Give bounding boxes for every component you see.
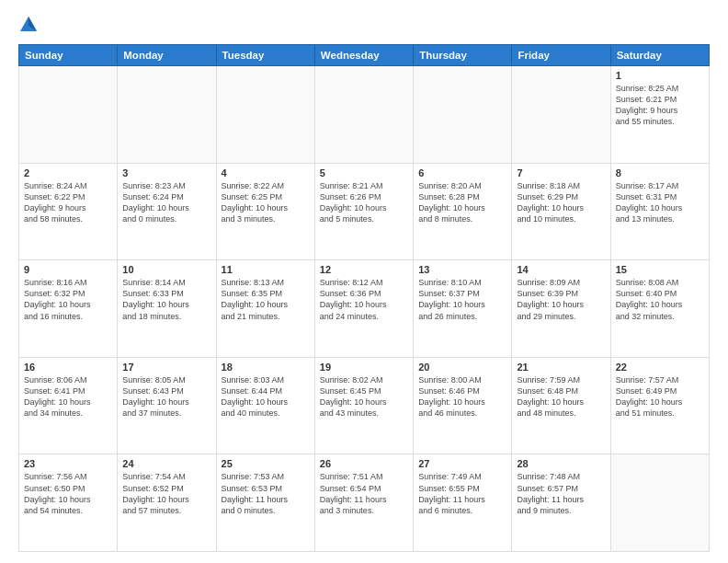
calendar-cell	[216, 66, 314, 164]
day-info: Sunrise: 7:48 AM Sunset: 6:57 PM Dayligh…	[517, 471, 605, 516]
week-row-2: 9Sunrise: 8:16 AM Sunset: 6:32 PM Daylig…	[19, 260, 710, 358]
day-info: Sunrise: 8:12 AM Sunset: 6:36 PM Dayligh…	[320, 277, 408, 322]
header-day-wednesday: Wednesday	[314, 45, 413, 66]
calendar-cell: 27Sunrise: 7:49 AM Sunset: 6:55 PM Dayli…	[414, 454, 512, 552]
day-number: 19	[320, 362, 408, 373]
day-info: Sunrise: 8:17 AM Sunset: 6:31 PM Dayligh…	[616, 180, 704, 225]
week-row-3: 16Sunrise: 8:06 AM Sunset: 6:41 PM Dayli…	[19, 357, 710, 454]
calendar-cell: 8Sunrise: 8:17 AM Sunset: 6:31 PM Daylig…	[610, 163, 709, 260]
calendar-cell: 9Sunrise: 8:16 AM Sunset: 6:32 PM Daylig…	[19, 260, 118, 358]
day-number: 10	[122, 264, 210, 275]
day-info: Sunrise: 8:09 AM Sunset: 6:39 PM Dayligh…	[517, 277, 605, 322]
week-row-0: 1Sunrise: 8:25 AM Sunset: 6:21 PM Daylig…	[19, 66, 710, 164]
header-row: SundayMondayTuesdayWednesdayThursdayFrid…	[19, 45, 710, 66]
day-info: Sunrise: 8:23 AM Sunset: 6:24 PM Dayligh…	[122, 180, 210, 225]
header-day-monday: Monday	[118, 45, 216, 66]
day-info: Sunrise: 8:08 AM Sunset: 6:40 PM Dayligh…	[616, 277, 704, 322]
day-number: 4	[222, 167, 310, 178]
calendar-cell: 22Sunrise: 7:57 AM Sunset: 6:49 PM Dayli…	[610, 357, 709, 454]
logo-icon	[18, 15, 39, 35]
calendar-cell: 21Sunrise: 7:59 AM Sunset: 6:48 PM Dayli…	[512, 357, 610, 454]
calendar-cell: 3Sunrise: 8:23 AM Sunset: 6:24 PM Daylig…	[118, 163, 216, 260]
calendar-cell: 18Sunrise: 8:03 AM Sunset: 6:44 PM Dayli…	[216, 357, 314, 454]
day-info: Sunrise: 8:22 AM Sunset: 6:25 PM Dayligh…	[222, 180, 310, 225]
calendar-cell: 10Sunrise: 8:14 AM Sunset: 6:33 PM Dayli…	[118, 260, 216, 358]
day-number: 2	[24, 167, 112, 178]
calendar-cell	[314, 66, 413, 164]
day-info: Sunrise: 8:21 AM Sunset: 6:26 PM Dayligh…	[320, 180, 408, 225]
calendar-cell	[512, 66, 610, 164]
header	[18, 15, 710, 35]
day-number: 12	[320, 264, 408, 275]
day-number: 5	[320, 167, 408, 178]
day-info: Sunrise: 8:18 AM Sunset: 6:29 PM Dayligh…	[517, 180, 605, 225]
day-number: 20	[418, 362, 506, 373]
calendar-table: SundayMondayTuesdayWednesdayThursdayFrid…	[18, 44, 710, 552]
day-number: 24	[122, 458, 210, 469]
day-number: 18	[222, 362, 310, 373]
calendar-cell: 4Sunrise: 8:22 AM Sunset: 6:25 PM Daylig…	[216, 163, 314, 260]
day-number: 8	[616, 167, 704, 178]
day-info: Sunrise: 7:57 AM Sunset: 6:49 PM Dayligh…	[616, 374, 704, 419]
calendar-cell	[414, 66, 512, 164]
calendar-cell: 13Sunrise: 8:10 AM Sunset: 6:37 PM Dayli…	[414, 260, 512, 358]
day-info: Sunrise: 7:51 AM Sunset: 6:54 PM Dayligh…	[320, 471, 408, 516]
header-day-saturday: Saturday	[610, 45, 709, 66]
day-info: Sunrise: 8:14 AM Sunset: 6:33 PM Dayligh…	[122, 277, 210, 322]
logo	[18, 15, 42, 35]
day-number: 1	[616, 70, 704, 81]
day-info: Sunrise: 7:56 AM Sunset: 6:50 PM Dayligh…	[24, 471, 112, 516]
day-info: Sunrise: 7:49 AM Sunset: 6:55 PM Dayligh…	[418, 471, 506, 516]
calendar-cell: 16Sunrise: 8:06 AM Sunset: 6:41 PM Dayli…	[19, 357, 118, 454]
calendar-header: SundayMondayTuesdayWednesdayThursdayFrid…	[19, 45, 710, 66]
calendar-cell: 20Sunrise: 8:00 AM Sunset: 6:46 PM Dayli…	[414, 357, 512, 454]
day-info: Sunrise: 8:24 AM Sunset: 6:22 PM Dayligh…	[24, 180, 112, 225]
day-number: 13	[418, 264, 506, 275]
day-info: Sunrise: 8:13 AM Sunset: 6:35 PM Dayligh…	[222, 277, 310, 322]
header-day-tuesday: Tuesday	[216, 45, 314, 66]
calendar-body: 1Sunrise: 8:25 AM Sunset: 6:21 PM Daylig…	[19, 66, 710, 552]
day-info: Sunrise: 8:10 AM Sunset: 6:37 PM Dayligh…	[418, 277, 506, 322]
day-number: 7	[517, 167, 605, 178]
week-row-1: 2Sunrise: 8:24 AM Sunset: 6:22 PM Daylig…	[19, 163, 710, 260]
week-row-4: 23Sunrise: 7:56 AM Sunset: 6:50 PM Dayli…	[19, 454, 710, 552]
calendar-cell: 17Sunrise: 8:05 AM Sunset: 6:43 PM Dayli…	[118, 357, 216, 454]
calendar-cell: 6Sunrise: 8:20 AM Sunset: 6:28 PM Daylig…	[414, 163, 512, 260]
header-day-sunday: Sunday	[19, 45, 118, 66]
day-number: 27	[418, 458, 506, 469]
day-number: 14	[517, 264, 605, 275]
calendar-cell	[118, 66, 216, 164]
day-number: 11	[222, 264, 310, 275]
day-number: 9	[24, 264, 112, 275]
day-number: 28	[517, 458, 605, 469]
day-number: 26	[320, 458, 408, 469]
day-info: Sunrise: 7:53 AM Sunset: 6:53 PM Dayligh…	[222, 471, 310, 516]
calendar-cell: 5Sunrise: 8:21 AM Sunset: 6:26 PM Daylig…	[314, 163, 413, 260]
day-info: Sunrise: 8:16 AM Sunset: 6:32 PM Dayligh…	[24, 277, 112, 322]
calendar-cell: 26Sunrise: 7:51 AM Sunset: 6:54 PM Dayli…	[314, 454, 413, 552]
header-day-friday: Friday	[512, 45, 610, 66]
calendar-cell: 14Sunrise: 8:09 AM Sunset: 6:39 PM Dayli…	[512, 260, 610, 358]
calendar-cell	[610, 454, 709, 552]
calendar-cell: 15Sunrise: 8:08 AM Sunset: 6:40 PM Dayli…	[610, 260, 709, 358]
day-info: Sunrise: 8:05 AM Sunset: 6:43 PM Dayligh…	[122, 374, 210, 419]
day-info: Sunrise: 8:03 AM Sunset: 6:44 PM Dayligh…	[222, 374, 310, 419]
day-info: Sunrise: 8:20 AM Sunset: 6:28 PM Dayligh…	[418, 180, 506, 225]
day-info: Sunrise: 8:00 AM Sunset: 6:46 PM Dayligh…	[418, 374, 506, 419]
day-info: Sunrise: 8:25 AM Sunset: 6:21 PM Dayligh…	[616, 83, 704, 128]
day-info: Sunrise: 8:06 AM Sunset: 6:41 PM Dayligh…	[24, 374, 112, 419]
calendar-cell: 24Sunrise: 7:54 AM Sunset: 6:52 PM Dayli…	[118, 454, 216, 552]
day-number: 22	[616, 362, 704, 373]
day-number: 21	[517, 362, 605, 373]
calendar-cell: 1Sunrise: 8:25 AM Sunset: 6:21 PM Daylig…	[610, 66, 709, 164]
day-number: 17	[122, 362, 210, 373]
header-day-thursday: Thursday	[414, 45, 512, 66]
day-info: Sunrise: 8:02 AM Sunset: 6:45 PM Dayligh…	[320, 374, 408, 419]
calendar-cell: 11Sunrise: 8:13 AM Sunset: 6:35 PM Dayli…	[216, 260, 314, 358]
calendar-cell: 25Sunrise: 7:53 AM Sunset: 6:53 PM Dayli…	[216, 454, 314, 552]
day-number: 25	[222, 458, 310, 469]
calendar-cell: 12Sunrise: 8:12 AM Sunset: 6:36 PM Dayli…	[314, 260, 413, 358]
day-number: 6	[418, 167, 506, 178]
calendar-cell: 23Sunrise: 7:56 AM Sunset: 6:50 PM Dayli…	[19, 454, 118, 552]
day-number: 3	[122, 167, 210, 178]
